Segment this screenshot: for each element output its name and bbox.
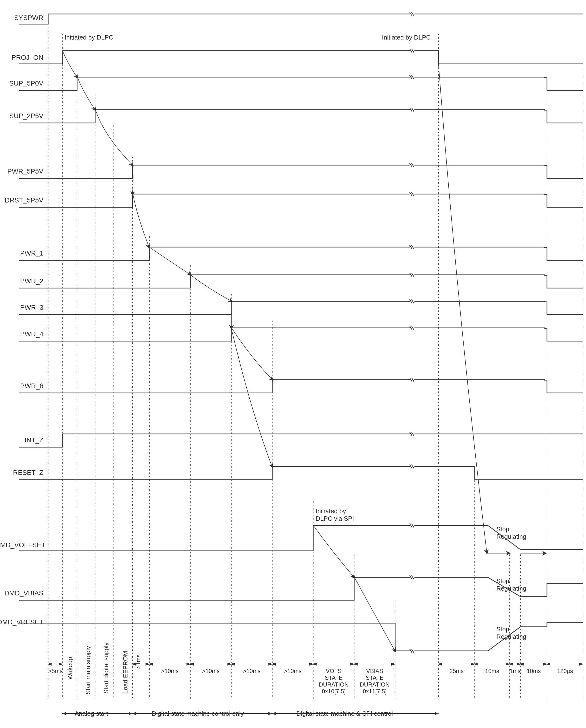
timing-5ms: >5ms bbox=[47, 668, 64, 675]
vlabel-start-main: Start main supply bbox=[84, 646, 92, 695]
timing-120us: 120µs bbox=[547, 668, 583, 675]
timing-10ms-4: >10ms bbox=[272, 668, 313, 675]
timing-1ms: >1ms bbox=[135, 654, 148, 669]
timing-10ms-1: >10ms bbox=[150, 668, 190, 675]
timing-10ms-r1: 10ms bbox=[475, 668, 510, 675]
annotation-initiated-spi: Initiated by DLPC via SPI bbox=[316, 508, 354, 522]
label-syspwr: SYSPWR bbox=[0, 14, 43, 22]
label-drst-5p5v: DRST_5P5V bbox=[0, 197, 43, 204]
label-pwr-2: PWR_2 bbox=[0, 277, 43, 285]
label-pwr-6: PWR_6 bbox=[0, 382, 43, 390]
label-dmd-voffset: DMD_VOFFSET bbox=[0, 541, 43, 549]
label-reset-z: RESET_Z bbox=[0, 469, 43, 476]
annotation-initiated-left: Initiated by DLPC bbox=[64, 34, 113, 41]
vlabel-load-eeprom: Load EEPROM bbox=[122, 651, 129, 694]
annotation-stop-reg-2: Stop Regulating bbox=[496, 577, 526, 592]
label-pwr-1: PWR_1 bbox=[0, 250, 43, 257]
label-proj-on: PROJ_ON bbox=[0, 54, 43, 61]
label-sup-5p0v: SUP_5P0V bbox=[0, 80, 43, 87]
label-pwr-5p5v: PWR_5P5V bbox=[0, 167, 43, 175]
timing-10ms-2: >10ms bbox=[190, 668, 231, 675]
annotation-initiated-right: Initiated by DLPC bbox=[382, 34, 431, 41]
label-pwr-4: PWR_4 bbox=[0, 330, 43, 338]
label-int-z: INT_Z bbox=[0, 436, 43, 444]
timing-vofs: VOFS STATE DURATION 0x10[7:5] bbox=[313, 668, 354, 695]
phase-digital-only: Digital state machine control only bbox=[152, 710, 244, 718]
label-pwr-3: PWR_3 bbox=[0, 304, 43, 311]
label-dmd-vbias: DMD_VBIAS bbox=[0, 590, 43, 597]
timing-vbias: VBIAS STATE DURATION 0x11[7:5] bbox=[354, 668, 395, 695]
vlabel-wakeup: Wakeup bbox=[66, 657, 74, 680]
phase-analog: Analog start bbox=[75, 710, 108, 718]
label-sup-2p5v: SUP_2P5V bbox=[0, 112, 43, 120]
timing-diagram bbox=[0, 0, 586, 728]
phase-digital-spi: Digital state machine & SPI control bbox=[296, 710, 393, 718]
timing-10ms-r2: 10ms bbox=[521, 668, 547, 675]
vlabel-start-digital: Start digital supply bbox=[102, 643, 110, 694]
timing-10ms-3: >10ms bbox=[231, 668, 272, 675]
label-dmd-vreset: DMD_VRESET bbox=[0, 618, 43, 626]
timing-25ms: 25ms bbox=[438, 668, 475, 675]
annotation-stop-reg-3: Stop Regulating bbox=[496, 626, 526, 641]
annotation-stop-reg-1: Stop Regulating bbox=[496, 525, 526, 541]
